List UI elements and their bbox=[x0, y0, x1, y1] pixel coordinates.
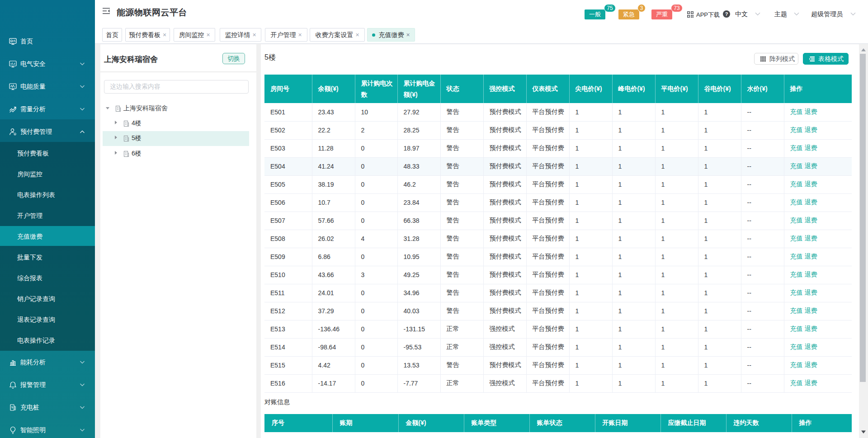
svg-text:?: ? bbox=[725, 11, 728, 17]
